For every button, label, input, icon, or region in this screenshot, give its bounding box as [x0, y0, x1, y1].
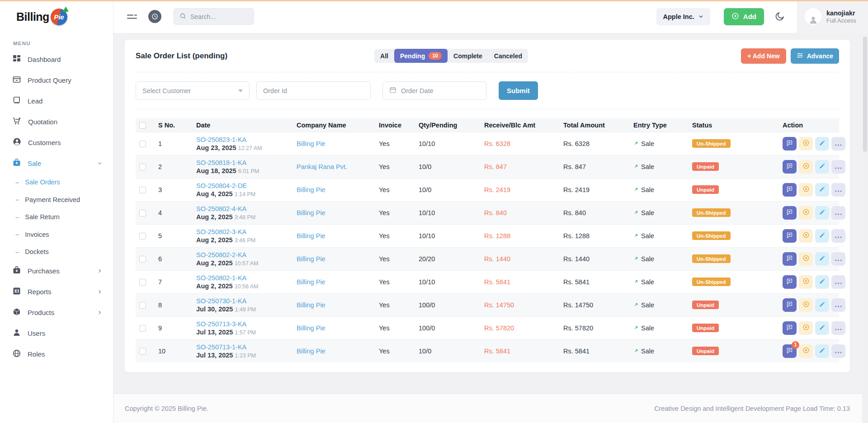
brand-logo[interactable]: Billing Pie: [0, 0, 113, 33]
sidebar-item-product-query[interactable]: Product Query: [0, 70, 113, 90]
history-clock-button[interactable]: [148, 10, 161, 23]
row-checkbox[interactable]: [139, 187, 146, 193]
sidebar-item-purchases[interactable]: Purchases: [0, 261, 113, 282]
order-details-button[interactable]: [783, 160, 797, 174]
customer-select[interactable]: Select Customer: [136, 81, 250, 100]
more-options-button[interactable]: [831, 252, 845, 266]
tab-complete[interactable]: Complete: [448, 49, 488, 63]
order-details-button[interactable]: [783, 252, 797, 266]
advance-filter-button[interactable]: Advance: [791, 48, 839, 64]
row-checkbox[interactable]: [139, 325, 146, 332]
payment-button[interactable]: [799, 183, 813, 197]
sidebar-item-reports[interactable]: Reports: [0, 282, 113, 302]
edit-button[interactable]: [815, 206, 829, 220]
edit-button[interactable]: [815, 183, 829, 197]
order-id-input[interactable]: [263, 87, 364, 94]
order-id-link[interactable]: SO-250802-1-KA: [196, 274, 289, 282]
row-checkbox[interactable]: [139, 302, 146, 309]
company-link[interactable]: Billing Pie: [297, 324, 326, 332]
edit-button[interactable]: [815, 137, 829, 150]
scrollbar-thumb[interactable]: [863, 37, 867, 152]
company-link[interactable]: Billing Pie: [297, 255, 326, 263]
company-link[interactable]: Billing Pie: [297, 301, 326, 309]
row-checkbox[interactable]: [139, 164, 146, 170]
order-id-link[interactable]: SO-250804-2-DE: [196, 182, 289, 189]
order-id-link[interactable]: SO-250802-4-KA: [196, 205, 289, 212]
more-options-button[interactable]: [831, 275, 845, 289]
row-checkbox[interactable]: [139, 348, 146, 355]
order-id-link[interactable]: SO-250730-1-KA: [196, 297, 289, 305]
payment-button[interactable]: [799, 321, 813, 335]
more-options-button[interactable]: [831, 344, 845, 358]
company-link[interactable]: Billing Pie: [297, 140, 326, 147]
sidebar-item-products[interactable]: Products: [0, 302, 113, 323]
payment-button[interactable]: [799, 206, 813, 220]
sidebar-subitem-invoices[interactable]: – Invoices: [0, 226, 113, 244]
company-link[interactable]: Billing Pie: [297, 232, 326, 240]
sidebar-item-customers[interactable]: Customers: [0, 132, 113, 153]
edit-button[interactable]: [815, 252, 829, 266]
order-details-button[interactable]: [783, 275, 797, 289]
order-id-link[interactable]: SO-250713-3-KA: [196, 320, 289, 328]
company-selector[interactable]: Apple Inc.: [656, 8, 710, 25]
order-details-button[interactable]: [783, 321, 797, 335]
row-checkbox[interactable]: [139, 256, 146, 263]
more-options-button[interactable]: [831, 206, 845, 220]
row-checkbox[interactable]: [139, 210, 146, 216]
tab-canceled[interactable]: Canceled: [488, 49, 528, 63]
order-details-button[interactable]: [783, 298, 797, 312]
sidebar-item-quotation[interactable]: Quotation: [0, 111, 113, 132]
row-checkbox[interactable]: [139, 279, 146, 286]
payment-button[interactable]: [799, 160, 813, 174]
more-options-button[interactable]: [831, 229, 845, 243]
order-details-button[interactable]: [783, 183, 797, 197]
payment-button[interactable]: [799, 275, 813, 289]
search-input[interactable]: [190, 13, 248, 20]
sidebar-item-dashboard[interactable]: Dashboard: [0, 49, 113, 70]
order-id-link[interactable]: SO-250823-1-KA: [196, 136, 289, 143]
company-link[interactable]: Billing Pie: [297, 278, 326, 286]
more-options-button[interactable]: [831, 160, 845, 174]
payment-button[interactable]: [799, 298, 813, 312]
sidebar-subitem-sale-orders[interactable]: – Sale Orders: [0, 174, 113, 191]
select-all-checkbox[interactable]: [139, 122, 146, 129]
payment-button[interactable]: [799, 137, 813, 150]
add-new-button[interactable]: + Add New: [741, 48, 786, 64]
sidebar-toggle-button[interactable]: [127, 12, 137, 21]
company-link[interactable]: Pankaj Rana Pvt.: [297, 163, 347, 170]
order-details-button[interactable]: [783, 137, 797, 150]
company-link[interactable]: Billing Pie: [297, 186, 326, 193]
sidebar-item-roles[interactable]: Roles: [0, 344, 113, 365]
edit-button[interactable]: [815, 321, 829, 335]
quick-add-button[interactable]: Add: [724, 8, 764, 25]
row-checkbox[interactable]: [139, 141, 146, 147]
edit-button[interactable]: [815, 229, 829, 243]
sidebar-item-lead[interactable]: Lead: [0, 90, 113, 111]
order-id-link[interactable]: SO-250802-3-KA: [196, 228, 289, 235]
user-menu[interactable]: kanojiakr Full Access: [797, 0, 868, 33]
more-options-button[interactable]: [831, 137, 845, 150]
edit-button[interactable]: [815, 298, 829, 312]
edit-button[interactable]: [815, 160, 829, 174]
edit-button[interactable]: [815, 344, 829, 358]
sidebar-subitem-payment-received[interactable]: – Payment Received: [0, 191, 113, 209]
payment-button[interactable]: [799, 344, 813, 358]
more-options-button[interactable]: [831, 298, 845, 312]
tab-pending[interactable]: Pending 10: [394, 49, 448, 63]
tab-all[interactable]: All: [374, 49, 394, 63]
sidebar-item-sale[interactable]: Sale: [0, 153, 113, 174]
row-checkbox[interactable]: [139, 233, 146, 240]
sidebar-subitem-sale-return[interactable]: – Sale Return: [0, 208, 113, 226]
order-id-link[interactable]: SO-250802-2-KA: [196, 251, 289, 258]
order-details-button[interactable]: [783, 206, 797, 220]
company-link[interactable]: Billing Pie: [297, 209, 326, 216]
order-id-link[interactable]: SO-250713-1-KA: [196, 343, 289, 351]
sidebar-subitem-dockets[interactable]: – Dockets: [0, 243, 113, 261]
sidebar-item-users[interactable]: Users: [0, 323, 113, 344]
order-details-button[interactable]: 1: [783, 344, 797, 358]
payment-button[interactable]: [799, 229, 813, 243]
order-details-button[interactable]: [783, 229, 797, 243]
order-date-input[interactable]: [401, 87, 480, 94]
payment-button[interactable]: [799, 252, 813, 266]
edit-button[interactable]: [815, 275, 829, 289]
